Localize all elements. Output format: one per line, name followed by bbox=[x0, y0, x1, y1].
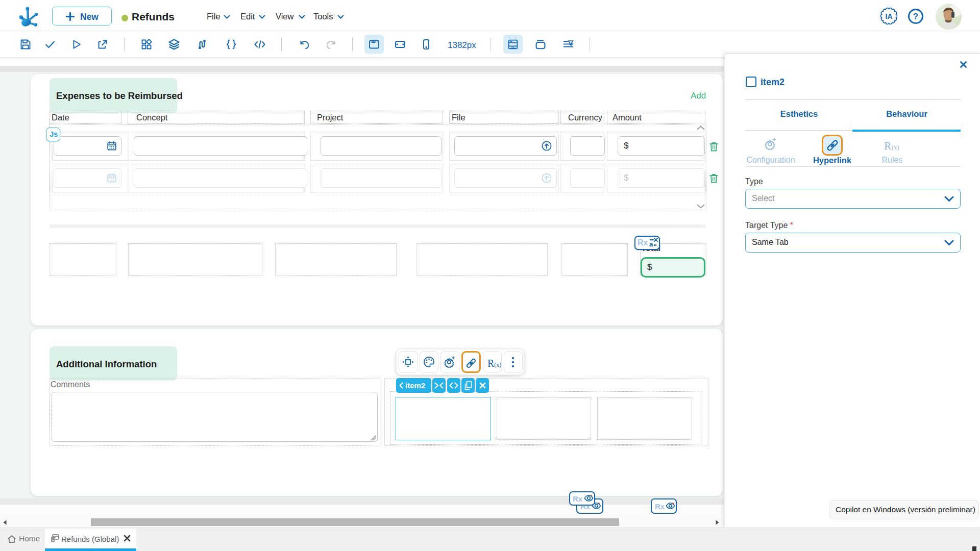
svg-text:IA: IA bbox=[886, 12, 893, 20]
svg-text:a: a bbox=[649, 240, 653, 248]
svg-text:?: ? bbox=[913, 12, 918, 21]
